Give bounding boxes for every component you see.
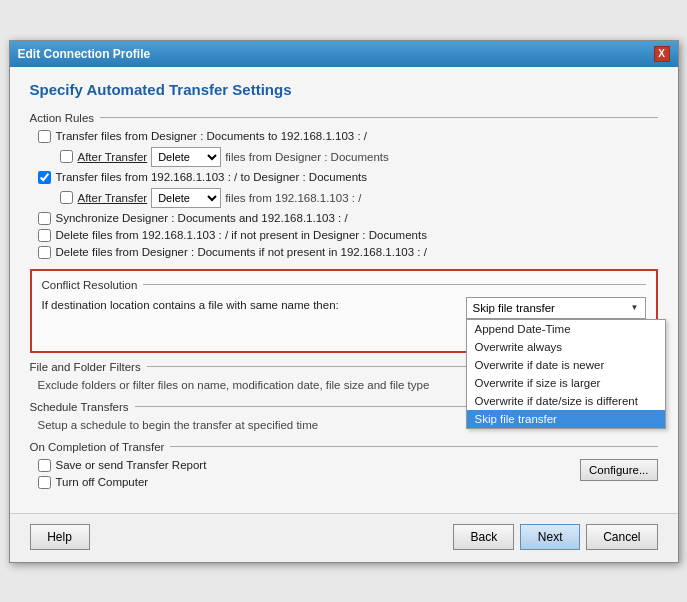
- on-completion-label: On Completion of Transfer: [30, 441, 165, 453]
- after-transfer-2-select[interactable]: Delete Move Nothing: [151, 188, 221, 208]
- after-transfer-1-checkbox[interactable]: [60, 150, 73, 163]
- conflict-dropdown-list: Append Date-Time Overwrite always Overwr…: [466, 319, 666, 429]
- conflict-resolution-header: Conflict Resolution: [42, 279, 646, 291]
- after-transfer-2-text: files from 192.168.1.103 : /: [225, 192, 361, 204]
- after-transfer-2-label: After Transfer: [78, 192, 148, 204]
- schedule-transfers-label: Schedule Transfers: [30, 401, 129, 413]
- transfer-from-server-checkbox[interactable]: [38, 171, 51, 184]
- transfer-to-server-checkbox[interactable]: [38, 130, 51, 143]
- conflict-dropdown-container: Skip file transfer ▼ Append Date-Time Ov…: [466, 297, 646, 343]
- main-window: Edit Connection Profile X Specify Automa…: [9, 40, 679, 563]
- save-report-checkbox[interactable]: [38, 459, 51, 472]
- footer-right-buttons: Back Next Cancel: [453, 524, 657, 550]
- on-completion-configure-button[interactable]: Configure...: [580, 459, 657, 481]
- turn-off-checkbox[interactable]: [38, 476, 51, 489]
- turn-off-row: Turn off Computer: [38, 476, 207, 489]
- synchronize-row: Synchronize Designer : Documents and 192…: [30, 212, 658, 225]
- save-report-label: Save or send Transfer Report: [56, 459, 207, 471]
- transfer-from-server-row: Transfer files from 192.168.1.103 : / to…: [30, 171, 658, 184]
- action-rules-section: Action Rules Transfer files from Designe…: [30, 112, 658, 259]
- transfer-to-server-row: Transfer files from Designer : Documents…: [30, 130, 658, 143]
- after-transfer-1-select[interactable]: Delete Move Nothing: [151, 147, 221, 167]
- file-folder-filters-label: File and Folder Filters: [30, 361, 141, 373]
- help-button[interactable]: Help: [30, 524, 90, 550]
- dropdown-item-overwrite-size[interactable]: Overwrite if size is larger: [467, 374, 665, 392]
- after-transfer-2-row: After Transfer Delete Move Nothing files…: [30, 188, 658, 208]
- action-rules-header: Action Rules: [30, 112, 658, 124]
- next-button[interactable]: Next: [520, 524, 580, 550]
- delete-from-designer-checkbox[interactable]: [38, 246, 51, 259]
- on-completion-divider: [170, 446, 657, 447]
- after-transfer-1-text: files from Designer : Documents: [225, 151, 389, 163]
- on-completion-actions: Save or send Transfer Report Turn off Co…: [30, 459, 207, 493]
- on-completion-header: On Completion of Transfer: [30, 441, 658, 453]
- conflict-resolution-body: If destination location contains a file …: [42, 297, 646, 343]
- delete-from-server-checkbox[interactable]: [38, 229, 51, 242]
- dialog-content: Specify Automated Transfer Settings Acti…: [10, 67, 678, 513]
- after-transfer-1-row: After Transfer Delete Move Nothing files…: [30, 147, 658, 167]
- delete-from-designer-row: Delete files from Designer : Documents i…: [30, 246, 658, 259]
- action-rules-divider: [100, 117, 657, 118]
- synchronize-checkbox[interactable]: [38, 212, 51, 225]
- cancel-button[interactable]: Cancel: [586, 524, 657, 550]
- back-button[interactable]: Back: [453, 524, 514, 550]
- turn-off-label: Turn off Computer: [56, 476, 149, 488]
- transfer-to-server-label: Transfer files from Designer : Documents…: [56, 130, 368, 142]
- conflict-question-text: If destination location contains a file …: [42, 297, 456, 311]
- dropdown-item-overwrite-diff[interactable]: Overwrite if date/size is different: [467, 392, 665, 410]
- dropdown-item-append[interactable]: Append Date-Time: [467, 320, 665, 338]
- window-title: Edit Connection Profile: [18, 47, 151, 61]
- page-title: Specify Automated Transfer Settings: [30, 81, 658, 98]
- conflict-resolution-section: Conflict Resolution If destination locat…: [30, 269, 658, 353]
- on-completion-section: On Completion of Transfer Save or send T…: [30, 441, 658, 493]
- save-report-row: Save or send Transfer Report: [38, 459, 207, 472]
- delete-from-server-label: Delete files from 192.168.1.103 : / if n…: [56, 229, 427, 241]
- dropdown-item-overwrite-newer[interactable]: Overwrite if date is newer: [467, 356, 665, 374]
- titlebar: Edit Connection Profile X: [10, 41, 678, 67]
- delete-from-server-row: Delete files from 192.168.1.103 : / if n…: [30, 229, 658, 242]
- footer: Help Back Next Cancel: [10, 513, 678, 562]
- conflict-dropdown-arrow-icon: ▼: [631, 303, 639, 312]
- dropdown-item-overwrite-always[interactable]: Overwrite always: [467, 338, 665, 356]
- dropdown-item-skip[interactable]: Skip file transfer: [467, 410, 665, 428]
- on-completion-body: Save or send Transfer Report Turn off Co…: [30, 459, 658, 493]
- transfer-from-server-label: Transfer files from 192.168.1.103 : / to…: [56, 171, 368, 183]
- after-transfer-2-checkbox[interactable]: [60, 191, 73, 204]
- conflict-dropdown-trigger[interactable]: Skip file transfer ▼: [466, 297, 646, 319]
- synchronize-label: Synchronize Designer : Documents and 192…: [56, 212, 348, 224]
- conflict-resolution-divider: [143, 284, 645, 285]
- after-transfer-1-label: After Transfer: [78, 151, 148, 163]
- delete-from-designer-label: Delete files from Designer : Documents i…: [56, 246, 427, 258]
- conflict-resolution-label: Conflict Resolution: [42, 279, 138, 291]
- conflict-dropdown-selected: Skip file transfer: [473, 302, 555, 314]
- action-rules-label: Action Rules: [30, 112, 95, 124]
- close-button[interactable]: X: [654, 46, 670, 62]
